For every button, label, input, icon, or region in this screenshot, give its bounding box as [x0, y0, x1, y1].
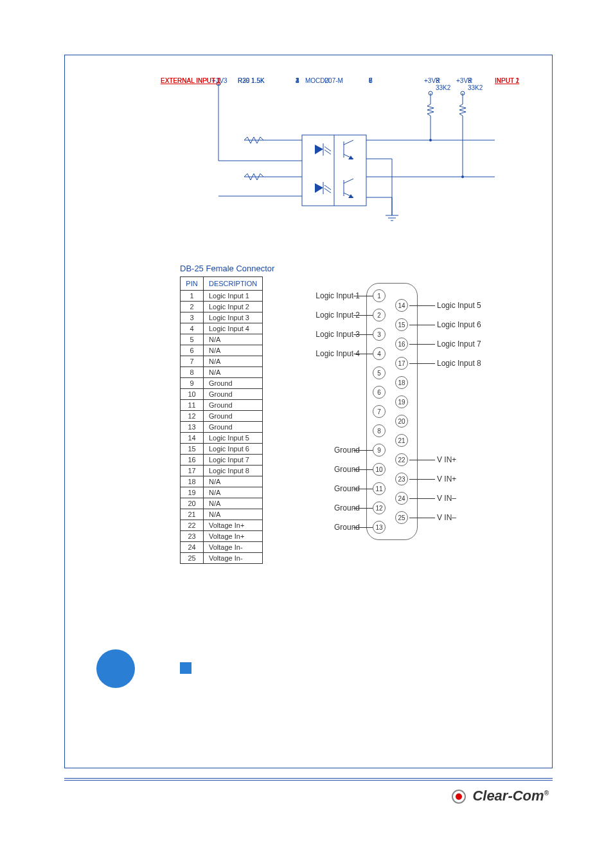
r30-label: R30 1.5K	[238, 77, 265, 84]
pin-circle: 17	[395, 357, 408, 370]
pin-circle: 23	[395, 473, 408, 485]
pin-circle: 12	[373, 502, 386, 514]
cell-pin: 16	[181, 455, 204, 466]
svg-point-40	[429, 139, 432, 141]
pin-circle: 20	[395, 415, 408, 428]
pin-label: V IN–	[437, 494, 456, 503]
pin-circle: 6	[373, 386, 386, 399]
cell-desc: N/A	[204, 367, 263, 378]
table-row: 10Ground	[181, 389, 263, 400]
pin-leader	[409, 460, 435, 460]
callout-block	[77, 643, 527, 746]
cell-pin: 15	[181, 444, 204, 455]
pin-leader	[409, 518, 435, 518]
cell-pin: 4	[181, 323, 204, 334]
cell-desc: Logic Input 4	[204, 323, 263, 334]
pin-label: V IN+	[437, 475, 456, 484]
pin-circle: 25	[395, 511, 408, 524]
table-row: 5N/A	[181, 334, 263, 345]
cell-pin: 14	[181, 433, 204, 444]
pin-leader	[409, 479, 435, 480]
pin-circle: 1	[373, 289, 386, 302]
pin-circle: 4	[373, 347, 386, 360]
pin-number: 4	[296, 77, 299, 84]
pin-label: V IN–	[437, 513, 456, 522]
brand-logo: Clear-Com®	[452, 788, 549, 804]
pullup-r1-label: R 33K2	[436, 77, 450, 91]
svg-line-11	[344, 140, 353, 145]
table-row: 11Ground	[181, 400, 263, 411]
cell-desc: N/A	[204, 509, 263, 520]
cell-desc: Voltage In+	[204, 520, 263, 531]
table-row: 4Logic Input 4	[181, 323, 263, 334]
cell-pin: 10	[181, 389, 204, 400]
cell-pin: 13	[181, 422, 204, 433]
cell-pin: 9	[181, 378, 204, 389]
pin-label: Logic Input 8	[437, 359, 481, 368]
pin-leader	[353, 315, 373, 316]
table-row: 9Ground	[181, 378, 263, 389]
cell-desc: Voltage In+	[204, 531, 263, 542]
pin-circle: 18	[395, 376, 408, 389]
cell-pin: 20	[181, 498, 204, 509]
cell-desc: Ground	[204, 422, 263, 433]
table-row: 1Logic Input 1	[181, 291, 263, 302]
cell-desc: N/A	[204, 487, 263, 498]
pin-leader	[353, 527, 373, 528]
pin-circle: 15	[395, 318, 408, 331]
table-row: 19N/A	[181, 487, 263, 498]
cell-pin: 7	[181, 356, 204, 367]
connector-title: DB-25 Female Connector	[180, 264, 514, 273]
pin-leader	[409, 325, 435, 325]
svg-marker-17	[348, 194, 353, 198]
pin-leader	[353, 296, 373, 296]
cell-desc: Ground	[204, 378, 263, 389]
brand-reg: ®	[544, 790, 549, 797]
table-row: 3Logic Input 3	[181, 312, 263, 323]
cell-pin: 23	[181, 531, 204, 542]
cell-pin: 18	[181, 476, 204, 487]
table-row: 22Voltage In+	[181, 520, 263, 531]
pin-circle: 8	[373, 424, 386, 437]
cell-desc: N/A	[204, 498, 263, 509]
cell-desc: N/A	[204, 356, 263, 367]
footer-divider	[64, 778, 553, 781]
cell-desc: N/A	[204, 334, 263, 345]
table-row: 20N/A	[181, 498, 263, 509]
pin-leader	[353, 469, 373, 470]
pin-circle: 13	[373, 521, 386, 534]
pin-leader	[353, 334, 373, 335]
cell-desc: N/A	[204, 345, 263, 356]
db25-diagram: 1Logic Input 12Logic Input 23Logic Input…	[283, 276, 540, 547]
pin-number: 8	[369, 77, 373, 84]
cell-pin: 12	[181, 411, 204, 422]
pin-circle: 22	[395, 453, 408, 466]
pin-label: Logic Input 7	[437, 339, 481, 348]
chip-u-label: U	[324, 77, 329, 84]
cell-pin: 24	[181, 542, 204, 553]
pin-label: Logic Input 5	[437, 301, 481, 310]
pin-circle: 3	[373, 328, 386, 341]
cell-pin: 3	[181, 312, 204, 323]
cell-desc: Voltage In-	[204, 542, 263, 553]
table-row: 23Voltage In+	[181, 531, 263, 542]
table-row: 15Logic Input 6	[181, 444, 263, 455]
svg-line-15	[344, 179, 353, 183]
brand-icon	[452, 790, 466, 804]
cell-pin: 22	[181, 520, 204, 531]
table-row: 2Logic Input 2	[181, 302, 263, 312]
pin-leader	[409, 344, 435, 345]
pin-leader	[353, 508, 373, 509]
pinout-table: PIN DESCRIPTION 1Logic Input 12Logic Inp…	[180, 276, 263, 564]
cell-desc: Voltage In-	[204, 553, 263, 564]
pin-circle: 14	[395, 299, 408, 312]
cell-desc: Ground	[204, 389, 263, 400]
cell-desc: Logic Input 5	[204, 433, 263, 444]
pin-circle: 24	[395, 492, 408, 505]
svg-marker-13	[348, 156, 353, 159]
table-row: 17Logic Input 8	[181, 466, 263, 476]
svg-point-41	[461, 176, 464, 178]
table-row: 7N/A	[181, 356, 263, 367]
cell-desc: Logic Input 7	[204, 455, 263, 466]
cell-desc: N/A	[204, 476, 263, 487]
